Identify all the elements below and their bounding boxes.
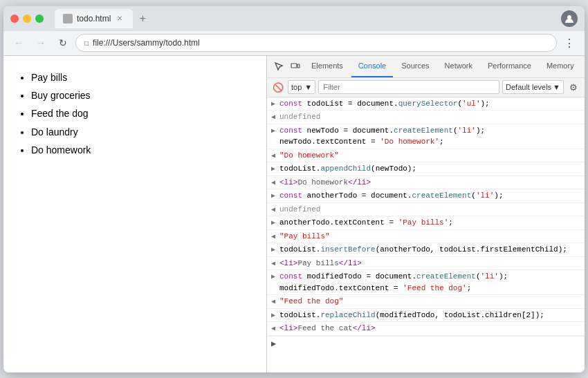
expand-icon: ▶ [271,163,279,174]
context-selector[interactable]: top ▼ [288,80,315,94]
inspect-element-icon[interactable] [271,59,286,74]
tab-memory[interactable]: Memory [540,56,581,77]
close-window-button[interactable] [10,15,19,23]
expand-icon: ▶ [271,310,279,321]
console-line-content: <li>Pay bills</li> [279,258,580,270]
context-label: top [291,83,302,91]
console-line: ▶ const modifiedTodo = document.createEl… [267,270,585,295]
page-content: Pay bills Buy groceries Feed the dog Do … [3,56,266,372]
console-line-content: const anotherTodo = document.createEleme… [279,190,580,202]
expand-icon: ◀ [271,150,279,161]
console-line-content: anotherTodo.textContent = 'Pay bills'; [279,217,580,229]
svg-rect-2 [297,64,300,68]
tab-elements[interactable]: Elements [304,56,350,77]
console-clear-button[interactable]: 🚫 [271,80,285,94]
filter-input[interactable] [318,80,499,94]
console-line-content: todoList.insertBefore(anotherTodo, todoL… [279,244,580,256]
console-line-content: const modifiedTodo = document.createElem… [279,271,580,294]
title-bar: todo.html ✕ + [3,6,585,31]
console-line: ▶ todoList.appendChild(newTodo); [267,162,585,176]
list-item: Buy groceries [31,88,252,103]
console-line: ▶ const newTodo = document.createElement… [267,124,585,149]
console-line: ◀ <li>Do homework</li> [267,176,585,190]
profile-icon[interactable] [561,10,578,27]
console-line-content: const todoList = document.querySelector(… [279,98,580,110]
address-bar[interactable]: □ file:///Users/sammy/todo.html [75,34,557,52]
list-item: Feed the dog [31,106,252,121]
console-line: ◀ <li>Pay bills</li> [267,257,585,271]
expand-icon: ▶ [271,125,279,136]
expand-icon: ◀ [271,177,279,188]
tab-close-button[interactable]: ✕ [115,14,125,23]
console-line: ◀ undefined [267,111,585,124]
content-area: Pay bills Buy groceries Feed the dog Do … [3,56,585,372]
console-output: ▶ const todoList = document.querySelecto… [267,97,585,372]
expand-icon: ◀ [271,323,279,334]
active-tab[interactable]: todo.html ✕ [55,9,133,28]
expand-icon: ◀ [271,111,279,122]
default-levels-selector[interactable]: Default levels ▼ [502,80,564,94]
console-line-content: const newTodo = document.createElement('… [279,125,580,148]
more-tabs-button[interactable]: » [582,62,585,71]
tab-network[interactable]: Network [438,56,479,77]
expand-icon: ▶ [271,217,279,228]
default-levels-label: Default levels [506,83,551,91]
prompt-arrow-icon: ▶ [271,339,276,349]
list-item: Do homework [31,142,252,158]
list-item: Pay bills [31,70,252,85]
browser-window: todo.html ✕ + ← → ↻ □ file:///Users/samm… [3,6,585,372]
console-line: ▶ todoList.insertBefore(anotherTodo, tod… [267,243,585,257]
new-tab-button[interactable]: + [133,9,152,28]
console-line-content: <li>Do homework</li> [279,177,580,189]
expand-icon: ◀ [271,204,279,215]
tab-title: todo.html [77,14,111,23]
console-toolbar: 🚫 top ▼ Default levels ▼ ⚙ [267,78,585,97]
devtools-panel: Elements Console Sources Network Perform… [266,56,585,372]
list-item: Do laundry [31,124,252,140]
minimize-window-button[interactable] [23,15,31,23]
traffic-lights [10,15,44,23]
expand-icon: ◀ [271,231,279,242]
forward-button[interactable]: → [31,33,50,53]
lock-icon: □ [84,39,89,47]
console-line: ◀ undefined [267,203,585,217]
console-line: ◀ "Feed the dog" [267,295,585,309]
tab-console[interactable]: Console [351,56,393,77]
default-levels-dropdown-icon: ▼ [553,83,560,91]
tab-sources[interactable]: Sources [394,56,436,77]
todo-list: Pay bills Buy groceries Feed the dog Do … [17,70,252,158]
expand-icon: ▶ [271,190,279,201]
tab-performance[interactable]: Performance [481,56,538,77]
console-line: ◀ <li>Feed the cat</li> [267,322,585,336]
tab-area: todo.html ✕ + [55,9,555,28]
expand-icon: ◀ [271,296,279,307]
tab-favicon [63,14,73,23]
console-line-content: "Pay bills" [279,231,580,243]
console-line: ◀ "Pay bills" [267,230,585,244]
device-toolbar-icon[interactable] [288,59,303,74]
reload-button[interactable]: ↻ [53,33,73,53]
console-line: ▶ anotherTodo.textContent = 'Pay bills'; [267,216,585,230]
devtools-icons [271,59,303,74]
menu-button[interactable]: ⋮ [560,33,579,53]
console-line-content: undefined [279,204,580,216]
back-button[interactable]: ← [9,33,28,53]
console-line-content: <li>Feed the cat</li> [279,323,580,334]
expand-icon: ◀ [271,258,279,269]
console-line-content: undefined [279,111,580,123]
devtools-toolbar: Elements Console Sources Network Perform… [267,56,585,78]
console-line: ◀ "Do homework" [267,149,585,163]
console-line-content: todoList.appendChild(newTodo); [279,163,580,175]
console-line-content: todoList.replaceChild(modifiedTodo, todo… [279,310,580,321]
expand-icon: ▶ [271,271,279,282]
expand-icon: ▶ [271,244,279,255]
svg-rect-1 [291,64,297,68]
context-dropdown-icon: ▼ [304,83,312,91]
maximize-window-button[interactable] [35,15,44,23]
console-settings-button[interactable]: ⚙ [567,80,580,94]
console-line: ▶ const anotherTodo = document.createEle… [267,189,585,203]
nav-bar: ← → ↻ □ file:///Users/sammy/todo.html ⋮ [3,31,585,56]
console-line-content: "Do homework" [279,150,580,162]
console-prompt: ▶ [267,336,585,351]
console-line-content: "Feed the dog" [279,296,580,308]
